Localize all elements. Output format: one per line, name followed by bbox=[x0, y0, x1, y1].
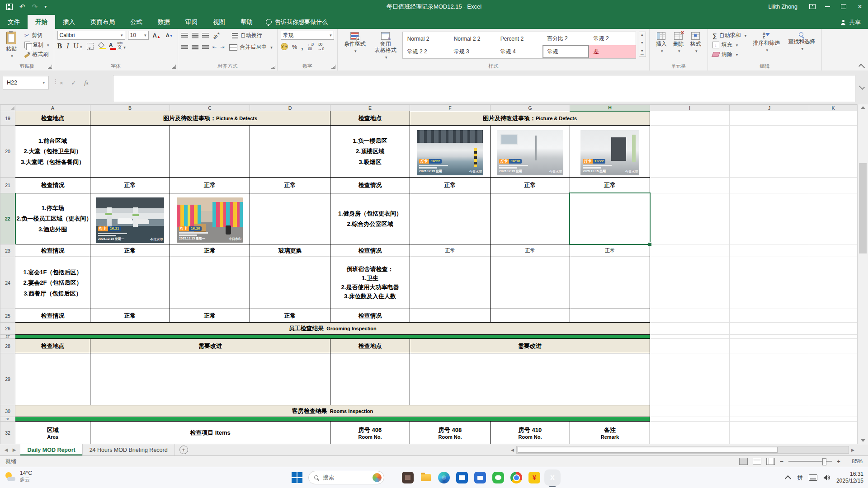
cell-k22[interactable] bbox=[809, 193, 858, 244]
align-center-icon[interactable] bbox=[192, 45, 198, 50]
ime-indicator[interactable]: 拼 bbox=[797, 474, 803, 482]
cell-h23[interactable]: 正常 bbox=[570, 244, 650, 257]
clear-button[interactable]: 清除 bbox=[711, 50, 748, 59]
cell-i27[interactable] bbox=[650, 335, 730, 339]
cell-i19[interactable] bbox=[650, 111, 730, 126]
cell-h24[interactable] bbox=[570, 257, 650, 309]
cell-k32[interactable] bbox=[809, 422, 858, 444]
clock[interactable]: 16:31 2025/12/15 bbox=[836, 471, 863, 484]
row-header-27[interactable]: 27 bbox=[0, 335, 15, 339]
cell-g25[interactable] bbox=[491, 309, 570, 323]
cell-g20[interactable]: 打卡16:18 2025.12.15 星期一 今日水印 bbox=[491, 126, 570, 178]
column-header-a[interactable]: A bbox=[15, 105, 90, 111]
cell-g21[interactable]: 正常 bbox=[491, 178, 570, 193]
cell-i32[interactable] bbox=[650, 422, 730, 444]
cell-i26[interactable] bbox=[650, 323, 730, 335]
cell-c25[interactable]: 正常 bbox=[170, 309, 250, 323]
row-header-19[interactable]: 19 bbox=[0, 111, 15, 126]
cell-e25[interactable]: 检查情况 bbox=[330, 309, 410, 323]
row-header-24[interactable]: 24 bbox=[0, 257, 15, 309]
cell-f22[interactable] bbox=[410, 193, 491, 244]
style-changgui4[interactable]: 常规 4 bbox=[496, 45, 542, 58]
row-header-25[interactable]: 25 bbox=[0, 309, 15, 323]
underline-button[interactable]: U bbox=[74, 42, 82, 50]
file-explorer-icon[interactable] bbox=[420, 472, 432, 483]
cell-b23[interactable]: 正常 bbox=[90, 244, 170, 257]
align-left-icon[interactable] bbox=[181, 45, 188, 50]
cell-h20[interactable]: 打卡16:22 2025.12.15 星期一 今日水印 bbox=[570, 126, 650, 178]
grooming-inspection-banner[interactable]: 员工检查结果Grooming Inspection bbox=[15, 323, 650, 335]
number-dialog-launcher[interactable] bbox=[331, 65, 335, 69]
zoom-slider[interactable] bbox=[788, 461, 832, 462]
cell-f20[interactable]: 打卡16:22 2025.12.15 星期一 今日水印 bbox=[410, 126, 491, 178]
cell-j19[interactable] bbox=[730, 111, 809, 126]
style-normal22[interactable]: Normal 2 2 bbox=[449, 32, 496, 45]
clipboard-dialog-launcher[interactable] bbox=[48, 65, 52, 69]
row-header-28[interactable]: 28 bbox=[0, 339, 15, 353]
format-as-table-button[interactable]: 套用表格格式 bbox=[372, 31, 400, 61]
cell-f25[interactable] bbox=[410, 309, 491, 323]
cell-b19-d19[interactable]: 图片及待改进事项：Picture & Defects bbox=[90, 111, 330, 126]
cell-h32[interactable]: 备注Remark bbox=[570, 422, 650, 444]
cell-i31[interactable] bbox=[650, 417, 730, 422]
zoom-slider-thumb[interactable] bbox=[822, 458, 826, 465]
copy-button[interactable]: 复制 bbox=[23, 40, 51, 50]
cell-f32[interactable]: 房号 408Room No. bbox=[410, 422, 491, 444]
cell-j20[interactable] bbox=[730, 126, 809, 178]
cell-h21[interactable]: 正常 bbox=[570, 178, 650, 193]
cell-c24[interactable] bbox=[170, 257, 250, 309]
percent-style-icon[interactable]: % bbox=[292, 43, 297, 50]
increase-decimal-icon[interactable]: ←.0.00 bbox=[307, 42, 313, 51]
cell-c20[interactable] bbox=[170, 126, 250, 178]
gallery-down-icon[interactable]: ▼ bbox=[641, 41, 644, 44]
cell-a21[interactable]: 检查情况 bbox=[15, 178, 90, 193]
normal-view-icon[interactable] bbox=[739, 458, 748, 465]
cell-e20[interactable]: 1.负一楼后区2.顶楼区域3.吸烟区 bbox=[330, 126, 410, 178]
column-header-b[interactable]: B bbox=[90, 105, 170, 111]
green-divider-row[interactable] bbox=[15, 335, 650, 339]
next-sheet-icon[interactable]: ▶ bbox=[13, 447, 16, 452]
bold-button[interactable]: B bbox=[57, 42, 62, 50]
cell-h25[interactable] bbox=[570, 309, 650, 323]
tab-home[interactable]: 开始 bbox=[28, 15, 55, 29]
gallery-more-icon[interactable]: ▼― bbox=[641, 49, 644, 56]
cell-k30[interactable] bbox=[809, 405, 858, 417]
sheet-tab-daily-mod-report[interactable]: Daily MOD Report bbox=[20, 444, 82, 455]
paste-button[interactable]: 粘贴 bbox=[3, 31, 19, 61]
cell-j22[interactable] bbox=[730, 193, 809, 244]
horizontal-scrollbar[interactable]: ◀ ▶ bbox=[511, 446, 854, 454]
volume-icon[interactable] bbox=[823, 474, 830, 481]
row-header-22[interactable]: 22 bbox=[0, 193, 15, 244]
cell-j29[interactable] bbox=[730, 353, 809, 405]
row-header-23[interactable]: 23 bbox=[0, 244, 15, 257]
insert-cells-button[interactable]: 插入 bbox=[653, 31, 670, 61]
row-header-21[interactable]: 21 bbox=[0, 178, 15, 193]
find-select-button[interactable]: 查找和选择 bbox=[785, 31, 818, 61]
orientation-icon[interactable]: ab bbox=[212, 31, 221, 40]
enter-icon[interactable]: ✓ bbox=[71, 80, 76, 86]
align-top-icon[interactable] bbox=[181, 33, 188, 38]
delete-cells-button[interactable]: 删除 bbox=[670, 31, 687, 61]
task-view-icon[interactable] bbox=[402, 472, 414, 483]
tab-help[interactable]: 帮助 bbox=[233, 15, 260, 29]
sort-filter-button[interactable]: Z 排序和筛选 bbox=[750, 31, 783, 61]
cell-f21[interactable]: 正常 bbox=[410, 178, 491, 193]
style-changgui3[interactable]: 常规 3 bbox=[449, 45, 496, 58]
row-header-32[interactable]: 32 bbox=[0, 422, 15, 444]
style-bad[interactable]: 差 bbox=[589, 45, 636, 58]
minimize-button[interactable] bbox=[819, 0, 835, 13]
styles-gallery-scrollbar[interactable]: ▲ ▼ ▼― bbox=[639, 32, 646, 57]
cell-c21[interactable]: 正常 bbox=[170, 178, 250, 193]
comma-style-icon[interactable]: , bbox=[301, 43, 303, 51]
cell-b32-d32[interactable]: 检查项目 Items bbox=[90, 422, 330, 444]
cell-k25[interactable] bbox=[809, 309, 858, 323]
column-header-f[interactable]: F bbox=[410, 105, 491, 111]
cell-f29-h29[interactable] bbox=[410, 353, 650, 405]
undo-icon[interactable]: ↶ bbox=[19, 3, 25, 10]
cell-b28-d28[interactable]: 需要改进 bbox=[90, 339, 330, 353]
redo-icon[interactable]: ↷ bbox=[32, 3, 38, 10]
row-header-31[interactable]: 31 bbox=[0, 417, 15, 422]
green-divider-row[interactable] bbox=[15, 417, 650, 422]
photo-f20[interactable]: 打卡16:22 2025.12.15 星期一 今日水印 bbox=[417, 130, 483, 175]
cell-a29[interactable] bbox=[15, 353, 90, 405]
